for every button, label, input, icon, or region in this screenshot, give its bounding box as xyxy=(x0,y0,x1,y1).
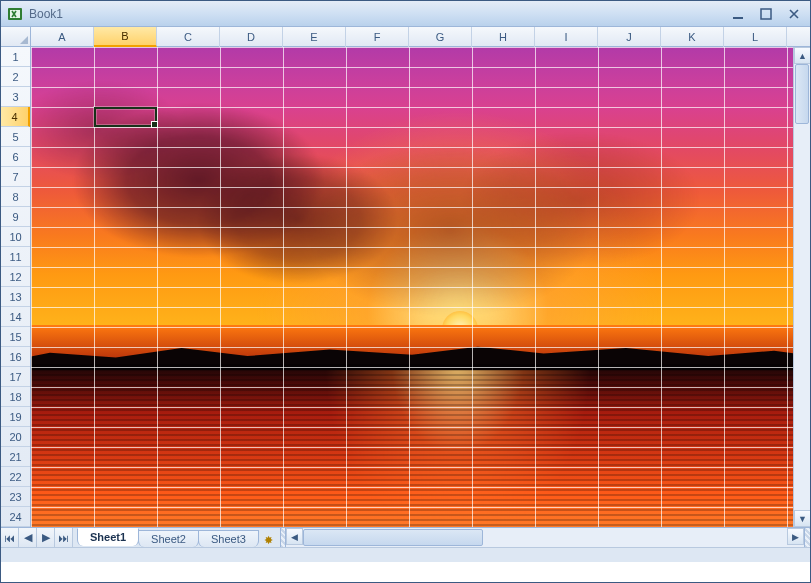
titlebar: Book1 xyxy=(1,1,810,27)
sheet-tab[interactable]: Sheet3 xyxy=(198,530,259,547)
row-header[interactable]: 14 xyxy=(1,307,30,327)
sheet-tab[interactable]: Sheet2 xyxy=(138,530,199,547)
column-header[interactable]: G xyxy=(409,27,472,47)
row-header[interactable]: 7 xyxy=(1,167,30,187)
svg-rect-3 xyxy=(761,9,771,19)
tab-first-button[interactable]: ⏮ xyxy=(1,528,19,547)
scroll-right-button[interactable]: ▶ xyxy=(787,528,804,545)
row-header[interactable]: 13 xyxy=(1,287,30,307)
sheet-tab[interactable]: Sheet1 xyxy=(77,528,139,546)
column-header[interactable]: J xyxy=(598,27,661,47)
hscroll-track[interactable] xyxy=(303,528,787,547)
scroll-down-button[interactable]: ▼ xyxy=(794,510,810,527)
hscroll-thumb[interactable] xyxy=(303,529,483,546)
column-header[interactable]: E xyxy=(283,27,346,47)
column-header[interactable]: C xyxy=(157,27,220,47)
row-header[interactable]: 9 xyxy=(1,207,30,227)
row-header[interactable]: 16 xyxy=(1,347,30,367)
horizontal-scrollbar[interactable]: ◀ ▶ xyxy=(286,528,804,547)
active-cell[interactable] xyxy=(94,107,157,127)
sheet-tab-bar: ⏮ ◀ ▶ ⏭ Sheet1 Sheet2 Sheet3 ✸ ◀ ▶ xyxy=(1,527,810,547)
row-header[interactable]: 5 xyxy=(1,127,30,147)
tab-prev-button[interactable]: ◀ xyxy=(19,528,37,547)
row-header[interactable]: 6 xyxy=(1,147,30,167)
row-headers: 1 2 3 4 5 6 7 8 9 10 11 12 13 14 15 16 1… xyxy=(1,47,31,527)
select-all-corner[interactable] xyxy=(1,27,31,47)
new-sheet-button[interactable]: ✸ xyxy=(258,534,280,547)
sheet-tabs: Sheet1 Sheet2 Sheet3 ✸ xyxy=(73,528,280,547)
maximize-button[interactable] xyxy=(756,7,776,21)
column-header[interactable]: L xyxy=(724,27,787,47)
tab-nav-buttons: ⏮ ◀ ▶ ⏭ xyxy=(1,528,73,547)
row-header[interactable]: 3 xyxy=(1,87,30,107)
scroll-up-button[interactable]: ▲ xyxy=(794,47,810,64)
column-header[interactable]: B xyxy=(94,27,157,47)
row-header[interactable]: 15 xyxy=(1,327,30,347)
tab-last-button[interactable]: ⏭ xyxy=(55,528,73,547)
row-header[interactable]: 24 xyxy=(1,507,30,527)
window-title: Book1 xyxy=(29,7,728,21)
row-header[interactable]: 20 xyxy=(1,427,30,447)
column-header[interactable]: F xyxy=(346,27,409,47)
vscroll-track[interactable] xyxy=(794,64,810,510)
scroll-left-button[interactable]: ◀ xyxy=(286,528,303,545)
row-header[interactable]: 11 xyxy=(1,247,30,267)
vscroll-thumb[interactable] xyxy=(795,64,809,124)
svg-rect-2 xyxy=(733,17,743,19)
column-headers: A B C D E F G H I J K L xyxy=(1,27,810,47)
row-header[interactable]: 8 xyxy=(1,187,30,207)
column-header[interactable]: H xyxy=(472,27,535,47)
excel-icon xyxy=(7,6,23,22)
row-header[interactable]: 4 xyxy=(1,107,30,127)
pane-splitter[interactable] xyxy=(804,528,810,547)
window-buttons xyxy=(728,7,804,21)
column-header[interactable]: K xyxy=(661,27,724,47)
status-bar xyxy=(1,547,810,562)
row-header[interactable]: 1 xyxy=(1,47,30,67)
row-header[interactable]: 2 xyxy=(1,67,30,87)
column-header[interactable]: A xyxy=(31,27,94,47)
tab-next-button[interactable]: ▶ xyxy=(37,528,55,547)
close-button[interactable] xyxy=(784,7,804,21)
row-header[interactable]: 10 xyxy=(1,227,30,247)
minimize-button[interactable] xyxy=(728,7,748,21)
row-header[interactable]: 23 xyxy=(1,487,30,507)
worksheet-area: A B C D E F G H I J K L 1 2 3 4 5 6 7 8 … xyxy=(1,27,810,547)
row-header[interactable]: 21 xyxy=(1,447,30,467)
grid-body: 1 2 3 4 5 6 7 8 9 10 11 12 13 14 15 16 1… xyxy=(1,47,810,527)
row-header[interactable]: 12 xyxy=(1,267,30,287)
column-header[interactable]: I xyxy=(535,27,598,47)
column-header[interactable]: D xyxy=(220,27,283,47)
row-header[interactable]: 19 xyxy=(1,407,30,427)
row-header[interactable]: 22 xyxy=(1,467,30,487)
row-header[interactable]: 17 xyxy=(1,367,30,387)
vertical-scrollbar[interactable]: ▲ ▼ xyxy=(793,47,810,527)
row-header[interactable]: 18 xyxy=(1,387,30,407)
cell-grid[interactable] xyxy=(31,47,793,527)
